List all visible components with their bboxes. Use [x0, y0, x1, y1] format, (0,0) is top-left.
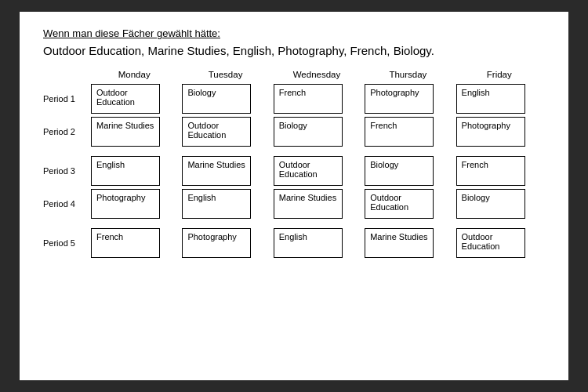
cell-box: English [91, 156, 160, 186]
cell-box: Marine Studies [274, 189, 343, 219]
cell: Marine Studies [271, 187, 362, 220]
cell-box: Biology [274, 117, 343, 147]
cell-box: French [91, 228, 160, 258]
cell: Outdoor Education [362, 187, 453, 220]
subtitle: Wenn man diese Fächer gewählt hätte: [43, 27, 545, 39]
cell-box: English [456, 84, 525, 114]
subjects-line: Outdoor Education, Marine Studies, Engli… [43, 44, 545, 57]
cell-box: French [274, 84, 343, 114]
cell-box: Outdoor Education [182, 117, 251, 147]
cell: French [89, 227, 180, 260]
cell-box: Photography [182, 228, 251, 258]
period-label-2: Period 2 [43, 115, 89, 148]
cell: English [180, 187, 270, 220]
cell: Outdoor Education [454, 227, 545, 260]
col-header-friday: Friday [454, 70, 545, 82]
cell: Outdoor Education [271, 154, 362, 187]
cell-box: Photography [456, 117, 525, 147]
col-header-monday: Monday [89, 70, 180, 82]
cell: French [454, 154, 545, 187]
cell: English [89, 154, 180, 187]
cell: French [271, 82, 362, 115]
cell-box: Biology [182, 84, 251, 114]
cell-box: Marine Studies [365, 228, 434, 258]
cell: Outdoor Education [180, 115, 270, 148]
period-label-1: Period 1 [43, 82, 89, 115]
cell-box: Outdoor Education [91, 84, 160, 114]
cell: Marine Studies [180, 154, 270, 187]
col-header-tuesday: Tuesday [180, 70, 270, 82]
cell: Photography [454, 115, 545, 148]
period-label-4: Period 4 [43, 187, 89, 220]
period-label-5: Period 5 [43, 227, 89, 260]
cell-box: Photography [91, 189, 160, 219]
cell-box: Outdoor Education [365, 189, 434, 219]
cell: Marine Studies [362, 227, 453, 260]
cell-box: Outdoor Education [274, 156, 343, 186]
cell-box: Biology [365, 156, 434, 186]
cell: Biology [454, 187, 545, 220]
col-header-empty [43, 70, 89, 82]
table-row: Period 5FrenchPhotographyEnglishMarine S… [43, 227, 545, 260]
col-header-thursday: Thursday [362, 70, 453, 82]
cell: Marine Studies [89, 115, 180, 148]
cell-box: English [182, 189, 251, 219]
cell: French [362, 115, 453, 148]
cell-box: French [456, 156, 525, 186]
cell: Photography [89, 187, 180, 220]
cell-box: Biology [456, 189, 525, 219]
period-label-3: Period 3 [43, 154, 89, 187]
cell: Outdoor Education [89, 82, 180, 115]
col-header-wednesday: Wednesday [271, 70, 362, 82]
cell: Photography [362, 82, 453, 115]
cell: Biology [271, 115, 362, 148]
table-row: Period 1Outdoor EducationBiologyFrenchPh… [43, 82, 545, 115]
cell: English [454, 82, 545, 115]
cell-box: Outdoor Education [456, 228, 525, 258]
cell: Photography [180, 227, 270, 260]
timetable: Monday Tuesday Wednesday Thursday Friday… [43, 70, 545, 260]
cell: Biology [180, 82, 270, 115]
cell-box: English [274, 228, 343, 258]
table-row: Period 3EnglishMarine StudiesOutdoor Edu… [43, 154, 545, 187]
page: Wenn man diese Fächer gewählt hätte: Out… [20, 12, 568, 380]
cell-box: Photography [365, 84, 434, 114]
table-row: Period 2Marine StudiesOutdoor EducationB… [43, 115, 545, 148]
cell-box: French [365, 117, 434, 147]
cell-box: Marine Studies [182, 156, 251, 186]
cell: Biology [362, 154, 453, 187]
cell: English [271, 227, 362, 260]
cell-box: Marine Studies [91, 117, 160, 147]
table-row: Period 4PhotographyEnglishMarine Studies… [43, 187, 545, 220]
